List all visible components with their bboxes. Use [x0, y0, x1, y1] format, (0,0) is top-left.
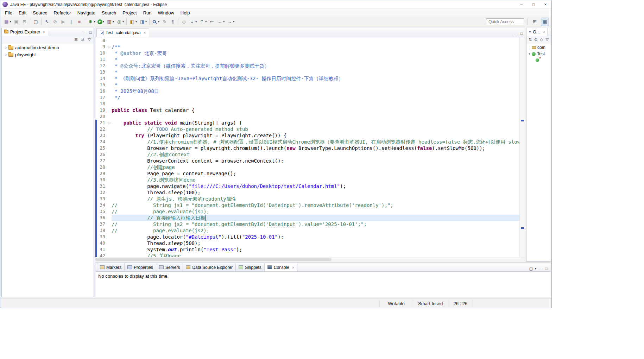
sort-icon[interactable]: ⇅	[528, 37, 532, 43]
outline-item-method[interactable]	[526, 57, 551, 63]
overview-marker[interactable]	[521, 227, 524, 229]
code-text[interactable]: * @author 北京-宏哥	[112, 50, 519, 56]
menu-project[interactable]: Project	[119, 10, 140, 16]
outline-tab[interactable]: ≡ O... ×	[526, 28, 548, 36]
menu-file[interactable]: File	[2, 10, 15, 16]
java-ee-perspective-button[interactable]: ▦	[541, 18, 549, 26]
prev-annotation-button[interactable]: ⇡▾	[198, 18, 207, 26]
code-text[interactable]: // String js2 = "document.getElementById…	[112, 221, 519, 227]
menu-window[interactable]: Window	[155, 10, 177, 16]
project-explorer-close-icon[interactable]: ×	[43, 30, 45, 34]
fold-marker[interactable]: ⊖	[106, 44, 112, 50]
new-wizard-button[interactable]: ▦▾	[3, 18, 12, 26]
code-text[interactable]: //创建page	[112, 164, 519, 170]
suspend-button[interactable]: ∥	[68, 18, 75, 26]
code-text[interactable]: Page page = context.newPage();	[112, 170, 519, 177]
code-text[interactable]: // page.evaluate(js2);	[112, 227, 519, 234]
editor-maximize-button[interactable]: □	[518, 30, 525, 37]
code-text[interactable]: * @公众号:北京宏哥（微信搜索，关注宏哥，提前解锁更多测试干货）	[112, 63, 519, 69]
code-text[interactable]: Thread.sleep(100);	[112, 189, 519, 196]
code-text[interactable]: // page.evaluate(js1);	[112, 208, 519, 215]
new-servlet-button[interactable]: ◨▾	[138, 18, 147, 26]
code-text[interactable]: Browser browser = playwright.chromium().…	[112, 145, 519, 151]
code-text[interactable]: * 2025年08月08日	[112, 88, 519, 94]
toggle-mark-occurrences-button[interactable]: ✎	[161, 18, 168, 26]
tab-markers[interactable]: Markers	[97, 263, 125, 271]
menu-run[interactable]: Run	[140, 10, 155, 16]
code-area[interactable]: 89⊖/**10 * @author 北京-宏哥11 * 12 * @公众号:北…	[95, 37, 519, 257]
editor-tab[interactable]: Test_calendar.java ×	[96, 28, 149, 37]
collapse-all-icon[interactable]: ⊟	[73, 37, 79, 43]
open-type-button[interactable]: ◇	[180, 18, 188, 26]
select-tool-button[interactable]: ↖	[43, 18, 51, 26]
menu-navigate[interactable]: Navigate	[74, 10, 99, 16]
tree-item-automation-test-demo[interactable]: ▷automation.test.demo	[2, 44, 94, 51]
outline-item-test[interactable]: ▾Test	[526, 51, 551, 57]
chevron-down-icon[interactable]: ▾	[535, 267, 536, 270]
editor-minimize-button[interactable]: –	[512, 30, 518, 37]
filter-icon[interactable]: ◇	[539, 37, 544, 43]
code-text[interactable]	[112, 37, 519, 44]
tree-item-playwright[interactable]: ▷playwright	[2, 51, 94, 58]
code-text[interactable]: public class Test_calendar {	[112, 107, 519, 113]
menu-edit[interactable]: Edit	[15, 10, 30, 16]
bottom-minimize-button[interactable]: –	[537, 266, 543, 271]
run-button[interactable]: ▶▾	[97, 18, 105, 26]
minimize-button[interactable]: –	[516, 0, 528, 8]
outline-close-icon[interactable]: ×	[543, 30, 545, 34]
tab-data-source-explorer[interactable]: Data Source Explorer	[183, 263, 236, 271]
tab-servers[interactable]: Servers	[156, 263, 183, 271]
save-button[interactable]: ▣	[13, 18, 20, 26]
back-button[interactable]: ←▾	[216, 18, 225, 26]
code-text[interactable]: // TODO Auto-generated method stub	[112, 126, 519, 132]
code-text[interactable]: // String js1 = "document.getElementById…	[112, 202, 519, 208]
tab-properties[interactable]: Properties	[124, 263, 156, 271]
skip-breakpoints-button[interactable]: ⊘	[51, 18, 59, 26]
terminate-button[interactable]: ■	[76, 18, 83, 26]
code-text[interactable]: // 原生js, 移除元素的readonly属性	[112, 196, 519, 202]
code-text[interactable]: * 《刚刚问世》系列初窥篇-Java+Playwright自动化测试-32- 操…	[112, 75, 519, 82]
forward-button[interactable]: →▾	[226, 18, 235, 26]
last-edit-location-button[interactable]: ↩	[208, 18, 215, 26]
open-perspective-button[interactable]: ⊞	[531, 18, 538, 26]
tab-close-icon[interactable]: ×	[292, 265, 294, 270]
search-button[interactable]: ▾	[151, 18, 160, 26]
code-text[interactable]: //2.创建context	[112, 151, 519, 158]
project-explorer-maximize-button[interactable]: □	[87, 29, 94, 36]
code-text[interactable]: try (Playwright playwright = Playwright.…	[112, 132, 519, 139]
maximize-button[interactable]: □	[528, 0, 539, 8]
code-text[interactable]: */	[112, 94, 519, 101]
debug-button[interactable]: ✱▾	[87, 18, 96, 26]
code-text[interactable]	[112, 113, 519, 120]
code-text[interactable]: public static void main(String[] args) {	[112, 120, 519, 126]
next-annotation-button[interactable]: ⇣▾	[188, 18, 197, 26]
print-button[interactable]: ⊟	[21, 18, 28, 26]
menu-source[interactable]: Source	[30, 10, 50, 16]
fold-marker[interactable]: ⊖	[106, 120, 112, 126]
outline-item-com[interactable]: com	[526, 44, 551, 51]
expander-icon[interactable]: ▾	[527, 52, 532, 56]
view-menu-icon[interactable]: ▽	[545, 37, 549, 43]
resume-button[interactable]: ▶	[59, 18, 67, 26]
tab-snippets[interactable]: Snippets	[235, 263, 265, 271]
code-text[interactable]: //5.关闭page	[112, 253, 519, 257]
code-text[interactable]: //1.使用chromium浏览器, # 浏览器配置，设置以GUI模式启动Chr…	[112, 139, 519, 145]
overview-ruler[interactable]	[519, 37, 525, 257]
link-with-editor-icon[interactable]: ⇄	[80, 37, 86, 43]
code-text[interactable]: *	[112, 56, 519, 63]
expander-icon[interactable]: ▷	[4, 46, 8, 49]
code-text[interactable]: Thread.sleep(500);	[112, 240, 519, 246]
code-text[interactable]	[112, 101, 519, 107]
code-text[interactable]: page.locator("#Dateinput").fill("2025-10…	[112, 234, 519, 240]
quick-access-input[interactable]	[486, 18, 524, 25]
project-explorer-minimize-button[interactable]: –	[81, 29, 87, 36]
close-button[interactable]: ×	[539, 0, 551, 8]
code-text[interactable]: BrowserContext context = browser.newCont…	[112, 158, 519, 164]
view-menu-icon[interactable]: ▽	[87, 37, 92, 43]
expander-icon[interactable]: ▷	[4, 53, 8, 56]
menu-search[interactable]: Search	[99, 10, 119, 16]
editor-tab-close-icon[interactable]: ×	[143, 31, 145, 35]
open-console-icon[interactable]: ▢	[528, 266, 534, 271]
code-text[interactable]: page.navigate("file:///C:/Users/duhon/De…	[112, 183, 519, 189]
code-text[interactable]: // 直接给输入框输入日期	[112, 215, 519, 221]
